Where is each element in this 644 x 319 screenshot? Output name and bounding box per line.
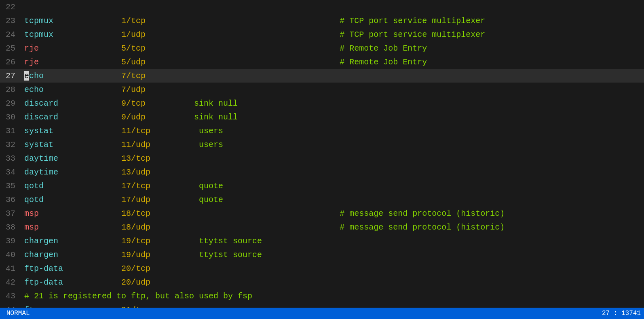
table-row: 28echo 7/udp xyxy=(0,83,644,96)
service-name: rje xyxy=(24,57,39,67)
line-content: tcpmux 1/udp # TCP port service multiple… xyxy=(20,30,644,39)
service-name: echo xyxy=(24,85,44,94)
line-content: daytime 13/tcp xyxy=(20,154,644,163)
alias-padding xyxy=(150,236,199,246)
port-proto: 20/udp xyxy=(121,278,150,287)
table-row: 31systat 11/tcp users xyxy=(0,124,644,138)
alias-padding xyxy=(146,113,194,122)
table-row: 25rje 5/tcp # Remote Job Entry xyxy=(0,41,644,55)
padding xyxy=(53,126,121,136)
table-row: 33daytime 13/tcp xyxy=(0,151,644,165)
port-proto: 19/tcp xyxy=(121,236,150,246)
service-name: ftp-data xyxy=(24,264,63,273)
line-content: daytime 13/udp xyxy=(20,168,644,177)
line-number: 22 xyxy=(0,2,20,12)
cursor: e xyxy=(24,71,29,81)
port-proto: 9/tcp xyxy=(121,99,146,108)
line-content: systat 11/tcp users xyxy=(20,126,644,136)
comment: # TCP port service multiplexer xyxy=(340,30,485,39)
line-content: chargen 19/tcp ttytst source xyxy=(20,236,644,246)
line-number: 33 xyxy=(0,154,20,163)
vim-mode: NORMAL xyxy=(3,310,33,317)
alias: ttytst source xyxy=(199,250,262,259)
line-number: 29 xyxy=(0,99,20,108)
padding xyxy=(53,30,121,39)
status-bar: NORMAL 27 : 13741 xyxy=(0,308,644,319)
table-row: 32systat 11/udp users xyxy=(0,138,644,151)
comment: # message send protocol (historic) xyxy=(340,223,505,232)
port-proto: 20/tcp xyxy=(121,264,150,273)
table-row: 38msp 18/udp # message send protocol (hi… xyxy=(0,220,644,234)
service-name: daytime xyxy=(24,154,58,163)
table-row: 30discard 9/udp sink null xyxy=(0,110,644,124)
port-proto: 1/tcp xyxy=(121,16,146,26)
alias: users xyxy=(199,140,223,149)
table-row: 42ftp-data 20/udp xyxy=(0,275,644,289)
table-row: 36qotd 17/udp quote xyxy=(0,193,644,206)
alias: users xyxy=(199,126,223,136)
padding xyxy=(58,99,121,108)
padding xyxy=(63,264,121,273)
line-number: 27 xyxy=(0,71,20,81)
line-number: 32 xyxy=(0,140,20,149)
alias: quote xyxy=(199,181,223,191)
service-name: tcpmux xyxy=(24,30,53,39)
line-content: echo 7/tcp xyxy=(20,71,644,81)
line-number: 41 xyxy=(0,264,20,273)
line-number: 23 xyxy=(0,16,20,26)
port-proto: 11/tcp xyxy=(121,126,150,136)
service-name: systat xyxy=(24,126,53,136)
comment-padding xyxy=(146,30,340,39)
table-row: 24tcpmux 1/udp # TCP port service multip… xyxy=(0,28,644,41)
line-content: tcpmux 1/tcp # TCP port service multiple… xyxy=(20,16,644,26)
service-name: discard xyxy=(24,113,58,122)
table-row: 22 xyxy=(0,0,644,14)
table-row: 26rje 5/udp # Remote Job Entry xyxy=(0,55,644,69)
port-proto: 1/udp xyxy=(121,30,146,39)
port-proto: 7/tcp xyxy=(121,71,146,81)
port-proto: 13/tcp xyxy=(121,154,150,163)
alias-padding xyxy=(150,195,199,204)
service-name: qotd xyxy=(24,195,44,204)
line-content: msp 18/tcp # message send protocol (hist… xyxy=(20,209,644,218)
table-row: 41ftp-data 20/tcp xyxy=(0,262,644,275)
port-proto: 5/udp xyxy=(121,57,146,67)
line-content: ftp-data 20/udp xyxy=(20,278,644,287)
padding xyxy=(44,71,121,81)
line-number: 37 xyxy=(0,209,20,218)
table-row: 39chargen 19/tcp ttytst source xyxy=(0,234,644,248)
padding xyxy=(58,168,121,177)
port-proto: 13/udp xyxy=(121,168,150,177)
service-name: discard xyxy=(24,99,58,108)
service-name: msp xyxy=(24,209,39,218)
service-name: systat xyxy=(24,140,53,149)
port-proto: 5/tcp xyxy=(121,44,146,53)
line-content: # 21 is registered to ftp, but also used… xyxy=(20,291,644,301)
line-content: systat 11/udp users xyxy=(20,140,644,149)
line-number: 38 xyxy=(0,223,20,232)
line-number: 26 xyxy=(0,57,20,67)
table-row: 40chargen 19/udp ttytst source xyxy=(0,248,644,262)
comment-padding xyxy=(146,16,340,26)
port-proto: 9/udp xyxy=(121,113,146,122)
alias-padding xyxy=(150,181,199,191)
alias: quote xyxy=(199,195,223,204)
padding xyxy=(53,140,121,149)
port-proto: 17/tcp xyxy=(121,181,150,191)
table-row: 35qotd 17/tcp quote xyxy=(0,179,644,193)
padding xyxy=(44,181,121,191)
alias: sink null xyxy=(194,99,238,108)
service-name: cho xyxy=(29,71,44,81)
editor: 2223tcpmux 1/tcp # TCP port service mult… xyxy=(0,0,644,319)
line-number: 35 xyxy=(0,181,20,191)
port-proto: 18/tcp xyxy=(121,209,150,218)
comment: # message send protocol (historic) xyxy=(340,209,505,218)
line-content: qotd 17/udp quote xyxy=(20,195,644,204)
comment-padding xyxy=(150,223,340,232)
line-content: echo 7/udp xyxy=(20,85,644,94)
service-name: msp xyxy=(24,223,39,232)
line-number: 31 xyxy=(0,126,20,136)
padding xyxy=(58,250,121,259)
service-name: tcpmux xyxy=(24,16,53,26)
line-content: qotd 17/tcp quote xyxy=(20,181,644,191)
